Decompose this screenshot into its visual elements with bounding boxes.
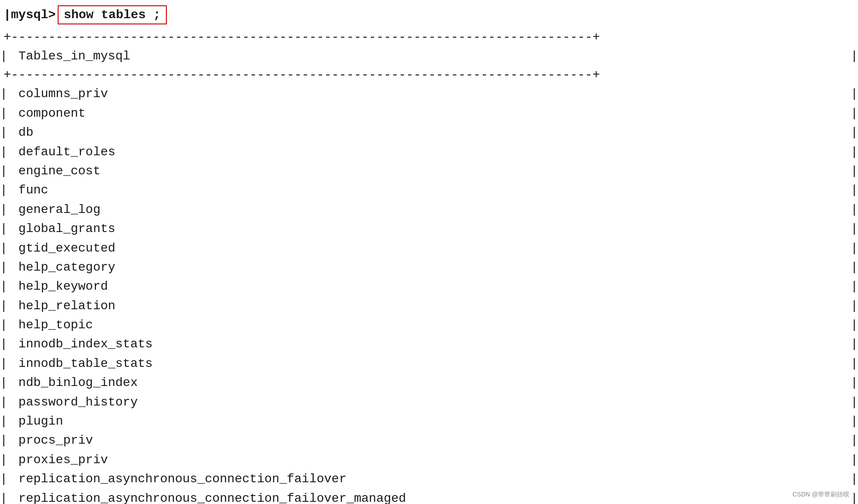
pipe-left: |: [0, 47, 15, 66]
table-name-cell: default_roles: [15, 142, 851, 161]
table-name-cell: help_relation: [15, 296, 851, 315]
watermark: CSDN @带带刷括呗: [792, 491, 849, 499]
table-row: | plugin|: [0, 412, 858, 431]
table-name-cell: engine_cost: [15, 161, 851, 181]
table-row: | help_topic|: [0, 315, 858, 335]
pipe-left: |: [0, 258, 15, 277]
table-row: | db|: [0, 123, 858, 142]
pipe-left: |: [0, 489, 15, 504]
table-name-cell: replication_asynchronous_connection_fail…: [15, 469, 851, 488]
pipe-left: |: [0, 296, 15, 315]
table-row: | innodb_table_stats|: [0, 354, 858, 373]
pipe-right: |: [850, 142, 858, 161]
table-name-cell: password_history: [15, 393, 851, 412]
table-row: | password_history|: [0, 393, 858, 412]
pipe-left: |: [0, 104, 15, 123]
table-name-cell: func: [15, 181, 851, 200]
pipe-right: |: [850, 469, 858, 488]
table-name-cell: replication_asynchronous_connection_fail…: [15, 489, 851, 504]
table-row: | global_grants|: [0, 219, 858, 238]
pipe-right: |: [850, 277, 858, 296]
table-row: | proxies_priv|: [0, 450, 858, 469]
pipe-left: |: [0, 450, 15, 469]
pipe-right: |: [850, 104, 858, 123]
table-row: | gtid_executed|: [0, 239, 858, 258]
table-name-cell: help_category: [15, 258, 851, 277]
header-row: | Tables_in_mysql |: [0, 47, 858, 66]
pipe-right: |: [850, 489, 858, 504]
table-row: | default_roles|: [0, 142, 858, 161]
command-input[interactable]: show tables ;: [58, 5, 167, 24]
table-name-cell: proxies_priv: [15, 450, 851, 469]
pipe-left: |: [0, 277, 15, 296]
table-name-cell: global_grants: [15, 219, 851, 238]
table-row: | columns_priv|: [0, 84, 858, 103]
top-separator: +---------------------------------------…: [0, 28, 858, 47]
pipe-left: |: [0, 431, 15, 450]
pipe-right: |: [850, 335, 858, 354]
table-row: | ndb_binlog_index|: [0, 373, 858, 392]
pipe-left: |: [0, 335, 15, 354]
table-name-cell: plugin: [15, 412, 851, 431]
table-row: | help_relation|: [0, 296, 858, 315]
table-name-cell: general_log: [15, 200, 851, 219]
pipe-right: |: [836, 47, 858, 66]
pipe-left: |: [0, 315, 15, 335]
pipe-right: |: [850, 258, 858, 277]
table-name-cell: procs_priv: [15, 431, 851, 450]
pipe-left: |: [0, 161, 15, 181]
table-name-cell: gtid_executed: [15, 239, 851, 258]
pipe-left: |: [0, 123, 15, 142]
table-row: | replication_asynchronous_connection_fa…: [0, 469, 858, 488]
pipe-right: |: [850, 412, 858, 431]
table-row: | func|: [0, 181, 858, 200]
table-name-cell: columns_priv: [15, 84, 851, 103]
pipe-right: |: [850, 219, 858, 238]
pipe-right: |: [850, 161, 858, 181]
pipe-left: |: [0, 181, 15, 200]
pipe-left: |: [0, 393, 15, 412]
table-name-cell: db: [15, 123, 851, 142]
pipe-left: |: [0, 84, 15, 103]
pipe-left: |: [0, 412, 15, 431]
pipe-right: |: [850, 354, 858, 373]
table-row: | engine_cost|: [0, 161, 858, 181]
table-row: | replication_asynchronous_connection_fa…: [0, 489, 858, 504]
pipe-left: |: [0, 142, 15, 161]
prompt-text: |mysql>: [4, 8, 56, 22]
pipe-left: |: [0, 200, 15, 219]
table-name-cell: help_keyword: [15, 277, 851, 296]
pipe-left: |: [0, 219, 15, 238]
pipe-right: |: [850, 450, 858, 469]
pipe-right: |: [850, 296, 858, 315]
prompt-line: |mysql> show tables ;: [0, 4, 858, 26]
table-row: | innodb_index_stats|: [0, 335, 858, 354]
mid-separator: +---------------------------------------…: [0, 66, 858, 84]
header-cell: Tables_in_mysql: [15, 47, 836, 66]
pipe-left: |: [0, 354, 15, 373]
pipe-right: |: [850, 84, 858, 103]
pipe-left: |: [0, 239, 15, 258]
pipe-right: |: [850, 123, 858, 142]
pipe-left: |: [0, 373, 15, 392]
pipe-right: |: [850, 373, 858, 392]
table-name-cell: innodb_index_stats: [15, 335, 851, 354]
pipe-left: |: [0, 469, 15, 488]
table-name-cell: ndb_binlog_index: [15, 373, 851, 392]
pipe-right: |: [850, 239, 858, 258]
terminal-window: |mysql> show tables ; +-----------------…: [0, 0, 858, 504]
pipe-right: |: [850, 431, 858, 450]
table-row: | procs_priv|: [0, 431, 858, 450]
pipe-right: |: [850, 393, 858, 412]
table-row: | general_log|: [0, 200, 858, 219]
pipe-right: |: [850, 315, 858, 335]
table-row: | help_keyword|: [0, 277, 858, 296]
table-row: | help_category|: [0, 258, 858, 277]
table-name-cell: innodb_table_stats: [15, 354, 851, 373]
pipe-right: |: [850, 200, 858, 219]
table-name-cell: component: [15, 104, 851, 123]
table-row: | component|: [0, 104, 858, 123]
pipe-right: |: [850, 181, 858, 200]
table-name-cell: help_topic: [15, 315, 851, 335]
table-rows: | columns_priv|| component|| db|| defaul…: [0, 84, 858, 504]
